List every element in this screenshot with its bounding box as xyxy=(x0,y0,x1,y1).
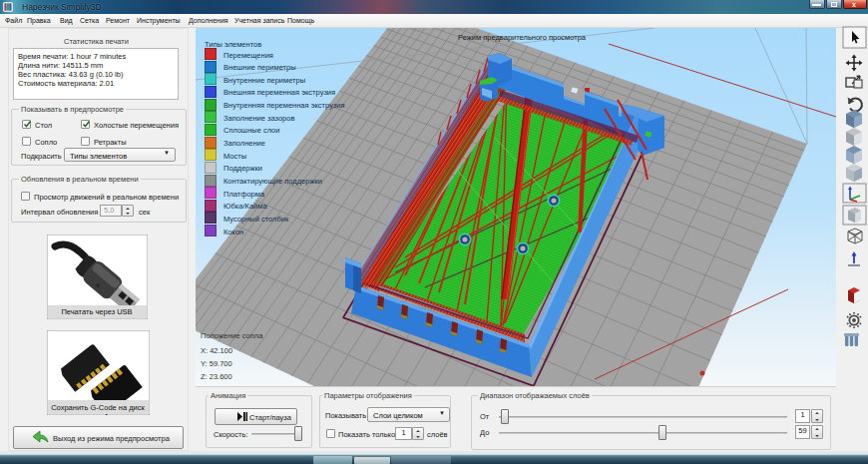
svg-text:Печатать через USB: Печатать через USB xyxy=(61,307,132,316)
svg-text:Сохранить G-Code на диск: Сохранить G-Code на диск xyxy=(51,403,145,412)
